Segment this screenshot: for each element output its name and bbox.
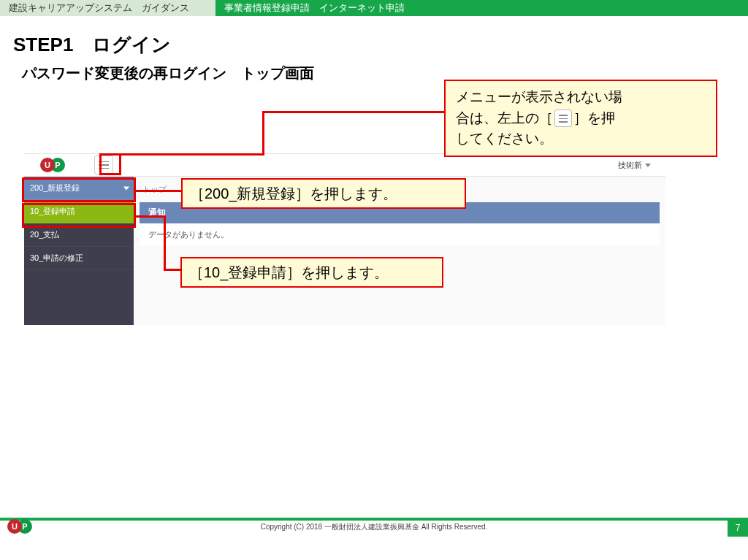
- callout-text: してください。: [456, 131, 553, 146]
- sidebar-item-30[interactable]: 30_申請の修正: [24, 247, 134, 270]
- connector: [136, 190, 183, 192]
- sidebar: 200_新規登録 10_登録申請 20_支払 30_申請の修正: [24, 177, 134, 325]
- sidebar-item-label: 10_登録申請: [30, 207, 75, 215]
- sidebar-item-label: 30_申請の修正: [30, 253, 83, 262]
- ui-top-bar: U P 技術新: [24, 153, 665, 177]
- header-left: 建設キャリアアップシステム ガイダンス: [0, 0, 215, 16]
- slide-footer: U P Copyright (C) 2018 一般財団法人建設業振興基金 All…: [0, 513, 748, 537]
- user-dropdown[interactable]: 技術新: [618, 160, 651, 171]
- connector: [262, 111, 264, 153]
- sidebar-item-label: 200_新規登録: [30, 183, 80, 192]
- callout-menu-hint: メニューが表示されない場 合は、左上の［］を押 してください。: [444, 80, 717, 157]
- slide-body: STEP1 ログイン パスワード変更後の再ログイン トップ画面 U P 技術新 …: [0, 16, 748, 537]
- callout-text: ］を押: [573, 110, 615, 126]
- connector: [121, 153, 264, 156]
- sidebar-item-10[interactable]: 10_登録申請: [24, 200, 134, 223]
- sidebar-item-20[interactable]: 20_支払: [24, 223, 134, 247]
- slide-header: 建設キャリアアップシステム ガイダンス 事業者情報登録申請 インターネット申請: [0, 0, 748, 16]
- copyright: Copyright (C) 2018 一般財団法人建設業振興基金 All Rig…: [0, 522, 748, 532]
- footer-logo: U P: [7, 519, 32, 534]
- callout-text: 合は、左上の［: [456, 110, 553, 126]
- header-right: 事業者情報登録申請 インターネット申請: [215, 0, 748, 16]
- hamburger-button[interactable]: [94, 156, 113, 174]
- callout-200: ［200_新規登録］を押します。: [181, 178, 466, 209]
- app-logo: U P: [24, 158, 65, 172]
- connector: [262, 111, 444, 113]
- sidebar-item-label: 20_支払: [30, 230, 59, 239]
- logo-u-icon: U: [7, 519, 22, 534]
- connector: [136, 215, 165, 218]
- step-title: STEP1 ログイン: [0, 16, 748, 64]
- notice-body: データがありません。: [140, 223, 660, 246]
- footer-rule: [0, 518, 748, 521]
- page-number: 7: [728, 519, 748, 537]
- sidebar-item-200[interactable]: 200_新規登録: [24, 177, 134, 200]
- callout-text: メニューが表示されない場: [456, 89, 622, 104]
- logo-u-icon: U: [40, 158, 55, 172]
- hamburger-icon: [554, 110, 572, 127]
- connector: [164, 215, 166, 270]
- callout-10: ［10_登録申請］を押します。: [180, 257, 443, 288]
